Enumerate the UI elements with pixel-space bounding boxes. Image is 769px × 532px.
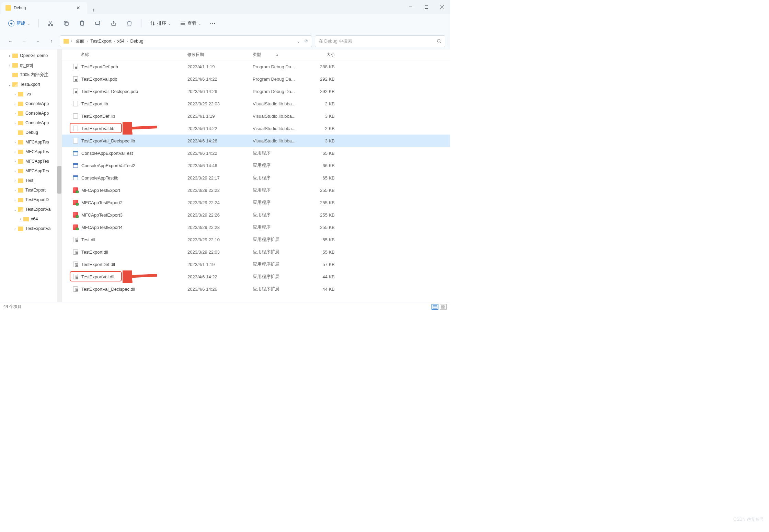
svg-rect-8 xyxy=(65,22,68,25)
column-size[interactable]: 大小 xyxy=(306,52,338,58)
delete-button[interactable] xyxy=(123,17,136,30)
paste-button[interactable] xyxy=(75,17,89,30)
sort-button[interactable]: 排序 ⌄ xyxy=(146,18,174,28)
file-row[interactable]: TestExportVal.pdb2023/4/6 14:22Program D… xyxy=(62,73,450,85)
forward-button[interactable]: → xyxy=(19,36,30,47)
breadcrumb-segment[interactable]: x64 xyxy=(116,38,126,44)
tree-chevron-icon[interactable]: › xyxy=(12,178,18,183)
address-box[interactable]: › 桌面 › TestExport › x64 › Debug ⌄ ⟳ xyxy=(60,35,312,47)
copy-button[interactable] xyxy=(59,17,73,30)
sidebar-item[interactable]: ›MFCAppTes xyxy=(0,137,62,147)
tree-chevron-icon[interactable]: › xyxy=(12,149,18,154)
search-input[interactable] xyxy=(319,38,437,44)
details-view-button[interactable] xyxy=(432,304,438,310)
new-tab-button[interactable]: ＋ xyxy=(87,7,100,14)
tree-chevron-icon[interactable]: › xyxy=(12,101,18,106)
file-row[interactable]: TestExport.dll2023/3/29 22:03应用程序扩展55 KB xyxy=(62,246,450,258)
file-row[interactable]: ConsoleAppExportValTest22023/4/6 14:46应用… xyxy=(62,159,450,172)
new-button[interactable]: + 新建 ⌄ xyxy=(5,18,34,28)
sidebar-item[interactable]: ›OpenGl_demo xyxy=(0,51,62,60)
view-button[interactable]: 查看 ⌄ xyxy=(176,18,205,28)
refresh-button[interactable]: ⟳ xyxy=(305,38,308,44)
tree-chevron-icon[interactable]: › xyxy=(12,197,18,203)
tree-chevron-icon[interactable]: › xyxy=(12,111,18,116)
sidebar-item[interactable]: ⌄TestExport xyxy=(0,80,62,89)
file-row[interactable]: MFCAppTestExport42023/3/29 22:28应用程序255 … xyxy=(62,221,450,233)
file-row[interactable]: TestExportVal_Declspec.lib2023/4/6 14:26… xyxy=(62,135,450,147)
share-button[interactable] xyxy=(107,17,120,30)
grid-view-button[interactable] xyxy=(440,304,447,310)
recent-button[interactable]: ⌄ xyxy=(32,36,43,47)
file-date: 2023/4/1 1:19 xyxy=(187,64,253,69)
chevron-down-icon[interactable]: ⌄ xyxy=(297,38,300,44)
file-row[interactable]: TestExportVal_Declspec.dll2023/4/6 14:26… xyxy=(62,283,450,295)
sidebar-item[interactable]: ›MFCAppTes xyxy=(0,157,62,166)
sidebar-item[interactable]: ›ConsoleApp xyxy=(0,118,62,128)
tree-chevron-icon[interactable]: › xyxy=(7,62,12,68)
sidebar-item[interactable]: ›qt_proj xyxy=(0,60,62,70)
scrollbar-thumb[interactable] xyxy=(57,166,61,194)
sidebar-item[interactable]: ›Test xyxy=(0,176,62,185)
tree-chevron-icon[interactable]: › xyxy=(7,53,12,58)
sidebar-item[interactable]: ⌄TestExportVa xyxy=(0,205,62,214)
maximize-button[interactable] xyxy=(418,0,434,14)
sidebar-item[interactable]: ›.vs xyxy=(0,89,62,99)
rename-button[interactable] xyxy=(91,17,105,30)
sidebar-item[interactable]: ›MFCAppTes xyxy=(0,147,62,157)
minimize-button[interactable] xyxy=(403,0,418,14)
close-button[interactable] xyxy=(434,0,450,14)
column-type[interactable]: 类型 ∧ xyxy=(253,52,306,58)
cut-button[interactable] xyxy=(44,17,57,30)
search-box[interactable] xyxy=(315,35,445,47)
back-button[interactable]: ← xyxy=(5,36,16,47)
file-row[interactable]: MFCAppTestExport32023/3/29 22:26应用程序255 … xyxy=(62,209,450,221)
file-row[interactable]: Test.dll2023/3/29 22:10应用程序扩展55 KB xyxy=(62,233,450,246)
sidebar-item[interactable]: ›TestExportVa xyxy=(0,224,62,233)
file-row[interactable]: TestExport.lib2023/3/29 22:03VisualStudi… xyxy=(62,97,450,110)
sidebar-item[interactable]: ›x64 xyxy=(0,214,62,224)
tree-chevron-icon[interactable] xyxy=(12,130,18,135)
content-area: ›OpenGl_demo›qt_projT00ls内部旁注⌄TestExport… xyxy=(0,49,450,302)
file-row[interactable]: ConsoleAppExportValTest2023/4/6 14:22应用程… xyxy=(62,147,450,159)
close-tab-button[interactable]: ✕ xyxy=(73,3,83,13)
breadcrumb-segment[interactable]: TestExport xyxy=(89,38,113,44)
toolbar: + 新建 ⌄ 排序 ⌄ 查看 ⌄ ··· xyxy=(0,14,450,33)
up-button[interactable]: ↑ xyxy=(46,36,57,47)
column-date[interactable]: 修改日期 xyxy=(187,52,253,58)
sidebar-item[interactable]: T00ls内部旁注 xyxy=(0,70,62,80)
tree-chevron-icon[interactable]: ⌄ xyxy=(12,207,18,212)
file-row[interactable]: MFCAppTestExport2023/3/29 22:22应用程序255 K… xyxy=(62,184,450,196)
tree-chevron-icon[interactable]: › xyxy=(18,216,23,222)
file-row[interactable]: MFCAppTestExport22023/3/29 22:24应用程序255 … xyxy=(62,196,450,209)
breadcrumb-segment[interactable]: 桌面 xyxy=(74,38,86,44)
file-list[interactable]: TestExportDef.pdb2023/4/1 1:19Program De… xyxy=(62,60,450,302)
active-tab[interactable]: Debug ✕ xyxy=(1,2,87,14)
file-row[interactable]: TestExportDef.lib2023/4/1 1:19VisualStud… xyxy=(62,110,450,122)
file-row[interactable]: ConsoleAppTestlib2023/3/29 22:17应用程序65 K… xyxy=(62,172,450,184)
tree-chevron-icon[interactable]: ⌄ xyxy=(7,82,12,87)
sidebar-item[interactable]: ›TestExport xyxy=(0,185,62,195)
file-row[interactable]: TestExportVal.dll2023/4/6 14:22应用程序扩展44 … xyxy=(62,270,450,283)
tab-container: Debug ✕ ＋ xyxy=(0,0,100,14)
tree-chevron-icon[interactable]: › xyxy=(12,120,18,126)
more-button[interactable]: ··· xyxy=(207,19,219,28)
sidebar-item[interactable]: ›ConsoleApp xyxy=(0,108,62,118)
file-row[interactable]: TestExportDef.dll2023/4/1 1:19应用程序扩展57 K… xyxy=(62,258,450,270)
tree-chevron-icon[interactable]: › xyxy=(12,168,18,174)
file-row[interactable]: TestExportDef.pdb2023/4/1 1:19Program De… xyxy=(62,60,450,73)
sidebar-scrollbar[interactable] xyxy=(57,49,62,302)
tree-chevron-icon[interactable]: › xyxy=(12,159,18,164)
sidebar-item[interactable]: ›TestExportD xyxy=(0,195,62,205)
file-row[interactable]: TestExportVal_Declspec.pdb2023/4/6 14:26… xyxy=(62,85,450,97)
breadcrumb-segment[interactable]: Debug xyxy=(129,38,145,44)
column-name[interactable]: 名称 xyxy=(72,52,187,58)
tree-chevron-icon[interactable]: › xyxy=(12,139,18,145)
tree-chevron-icon[interactable] xyxy=(7,72,12,78)
tree-chevron-icon[interactable]: › xyxy=(12,187,18,193)
tree-chevron-icon[interactable]: › xyxy=(12,91,18,97)
sidebar-item[interactable]: ›ConsoleApp xyxy=(0,99,62,108)
file-row[interactable]: TestExportVal.lib2023/4/6 14:22VisualStu… xyxy=(62,122,450,135)
sidebar-item[interactable]: Debug xyxy=(0,128,62,137)
tree-chevron-icon[interactable]: › xyxy=(12,226,18,231)
sidebar-item[interactable]: ›MFCAppTes xyxy=(0,166,62,176)
